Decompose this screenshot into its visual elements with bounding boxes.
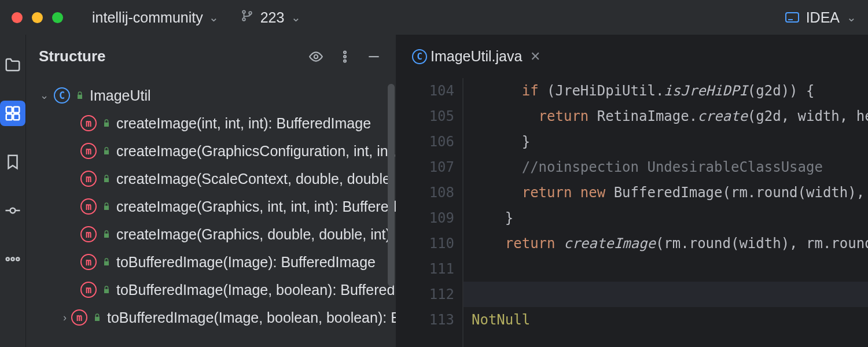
line-number: 109 bbox=[396, 205, 454, 231]
line-number: 104 bbox=[396, 78, 454, 104]
lock-icon bbox=[101, 118, 112, 128]
code-line[interactable]: if (JreHiDpiUtil.isJreHiDPI(g2d)) { bbox=[464, 78, 868, 104]
tree-row-method[interactable]: mcreateImage(Graphics, double, double, i… bbox=[26, 220, 396, 248]
hide-panel-icon[interactable] bbox=[363, 46, 384, 67]
svg-point-12 bbox=[344, 51, 346, 53]
line-number: 105 bbox=[396, 104, 454, 129]
svg-rect-5 bbox=[6, 114, 12, 120]
method-icon: m bbox=[80, 254, 97, 270]
svg-point-2 bbox=[249, 12, 252, 14]
code-line[interactable]: return createImage(rm.round(width), rm.r… bbox=[464, 231, 868, 256]
code-line[interactable] bbox=[464, 282, 868, 307]
svg-rect-4 bbox=[13, 107, 19, 113]
line-number: 106 bbox=[396, 129, 454, 154]
method-icon: m bbox=[80, 171, 97, 187]
lock-icon bbox=[101, 257, 112, 267]
fullscreen-window-button[interactable] bbox=[52, 12, 63, 23]
expand-arrow-icon[interactable]: › bbox=[63, 312, 67, 324]
line-number: 113 bbox=[396, 307, 454, 333]
tree-row-method[interactable]: mtoBufferedImage(Image, boolean): Buffer… bbox=[26, 276, 396, 304]
method-signature-label: toBufferedImage(Image, boolean): Buffere… bbox=[116, 282, 396, 298]
method-icon: m bbox=[80, 143, 97, 159]
svg-point-8 bbox=[6, 258, 9, 261]
ide-icon bbox=[785, 12, 799, 23]
lock-icon bbox=[92, 312, 102, 323]
lock-icon bbox=[75, 90, 85, 101]
method-icon: m bbox=[80, 115, 97, 131]
lock-icon bbox=[101, 201, 112, 212]
lock-icon bbox=[101, 146, 112, 156]
tree-row-method[interactable]: mcreateImage(Graphics, int, int, int): B… bbox=[26, 193, 396, 220]
editor-tab[interactable]: C ImageUtil.java ✕ bbox=[412, 48, 540, 65]
titlebar: intellij-community ⌄ 223 ⌄ IDEA ⌄ bbox=[0, 0, 868, 35]
line-number: 112 bbox=[396, 282, 454, 307]
method-icon: m bbox=[80, 282, 97, 298]
svg-point-1 bbox=[242, 18, 245, 21]
line-number: 110 bbox=[396, 231, 454, 256]
editor-tab-label: ImageUtil.java bbox=[431, 48, 522, 65]
tree-row-class[interactable]: ⌄CImageUtil bbox=[26, 82, 396, 109]
structure-tree: ⌄CImageUtil mcreateImage(int, int, int):… bbox=[26, 78, 396, 347]
code-line[interactable]: //noinspection UndesirableClassUsage bbox=[464, 154, 868, 180]
method-icon: m bbox=[80, 198, 97, 215]
code-area: 104105106107108109110111112113 if (JreHi… bbox=[396, 78, 868, 347]
method-signature-label: createImage(Graphics, double, double, in… bbox=[116, 226, 396, 243]
code-line[interactable]: } bbox=[464, 129, 868, 154]
structure-panel-header: Structure bbox=[26, 35, 396, 78]
method-signature-label: toBufferedImage(Image): BufferedImage bbox=[116, 254, 376, 271]
class-file-icon: C bbox=[412, 49, 427, 64]
git-branch-picker[interactable]: 223 ⌄ bbox=[241, 9, 301, 26]
svg-point-14 bbox=[344, 60, 346, 62]
structure-scrollbar[interactable] bbox=[388, 84, 395, 286]
tree-row-method[interactable]: ›mtoBufferedImage(Image, boolean, boolea… bbox=[26, 304, 396, 331]
commit-tool-button[interactable] bbox=[0, 198, 25, 223]
code-lines[interactable]: if (JreHiDpiUtil.isJreHiDPI(g2d)) { retu… bbox=[463, 78, 868, 347]
code-line[interactable]: } bbox=[464, 205, 868, 231]
lock-icon bbox=[101, 174, 112, 184]
method-icon: m bbox=[71, 309, 87, 326]
project-tool-button[interactable] bbox=[0, 52, 25, 77]
left-toolstrip bbox=[0, 35, 25, 347]
svg-point-9 bbox=[12, 258, 14, 261]
chevron-down-icon: ⌄ bbox=[847, 10, 856, 24]
line-number: 108 bbox=[396, 180, 454, 205]
code-line[interactable]: return RetinaImage.create(g2d, width, he… bbox=[464, 104, 868, 129]
window-controls bbox=[12, 12, 63, 23]
method-signature-label: createImage(GraphicsConfiguration, int, … bbox=[116, 143, 396, 160]
minimize-window-button[interactable] bbox=[32, 12, 43, 23]
expand-arrow-icon[interactable]: ⌄ bbox=[39, 89, 49, 102]
main-area: Structure ⌄CImageUtil mcreateImage(int, … bbox=[0, 35, 868, 347]
editor-area: C ImageUtil.java ✕ 104105106107108109110… bbox=[396, 35, 868, 347]
code-line[interactable] bbox=[464, 256, 868, 282]
more-tool-button[interactable] bbox=[0, 246, 25, 272]
panel-options-icon[interactable] bbox=[334, 46, 355, 67]
code-line[interactable]: return new BufferedImage(rm.round(width)… bbox=[464, 180, 868, 205]
tree-row-method[interactable]: mtoBufferedImage(Image): BufferedImage bbox=[26, 248, 396, 276]
git-branch-count: 223 bbox=[260, 9, 285, 26]
code-line[interactable]: NotNull bbox=[464, 307, 868, 333]
svg-point-0 bbox=[242, 10, 245, 13]
lock-icon bbox=[101, 285, 112, 295]
line-number: 111 bbox=[396, 256, 454, 282]
method-signature-label: createImage(int, int, int): BufferedImag… bbox=[116, 115, 371, 132]
line-number-gutter: 104105106107108109110111112113 bbox=[396, 78, 463, 347]
tree-row-method[interactable]: mcreateImage(ScaleContext, double, doubl… bbox=[26, 165, 396, 193]
project-picker[interactable]: intellij-community ⌄ bbox=[92, 9, 219, 26]
structure-panel-title: Structure bbox=[39, 47, 297, 65]
project-name-label: intellij-community bbox=[92, 9, 203, 26]
method-signature-label: toBufferedImage(Image, boolean, boolean)… bbox=[107, 309, 396, 326]
svg-point-13 bbox=[344, 56, 346, 58]
class-icon: C bbox=[54, 87, 70, 104]
tree-row-method[interactable]: mcreateImage(int, int, int): BufferedIma… bbox=[26, 109, 396, 137]
structure-tool-button[interactable] bbox=[0, 101, 25, 126]
close-window-button[interactable] bbox=[12, 12, 23, 23]
method-signature-label: createImage(ScaleContext, double, double… bbox=[116, 171, 396, 187]
bookmarks-tool-button[interactable] bbox=[0, 149, 25, 175]
tree-row-method[interactable]: mcreateImage(GraphicsConfiguration, int,… bbox=[26, 137, 396, 165]
visibility-toggle-icon[interactable] bbox=[306, 46, 326, 67]
chevron-down-icon: ⌄ bbox=[291, 10, 301, 24]
line-number: 107 bbox=[396, 154, 454, 180]
ide-picker[interactable]: IDEA ⌄ bbox=[785, 9, 856, 26]
structure-panel: Structure ⌄CImageUtil mcreateImage(int, … bbox=[25, 35, 396, 347]
close-tab-icon[interactable]: ✕ bbox=[530, 49, 540, 64]
